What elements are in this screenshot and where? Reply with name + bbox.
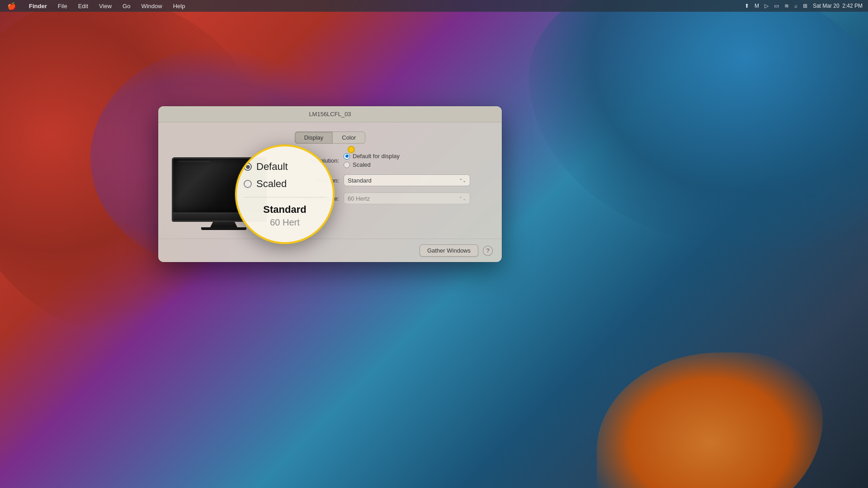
apple-menu[interactable]: 🍎 — [5, 1, 18, 11]
menubar-icon-mail: M — [755, 3, 759, 9]
menubar-finder[interactable]: Finder — [27, 2, 49, 10]
menubar-go[interactable]: Go — [121, 2, 132, 10]
menubar: 🍎 Finder File Edit View Go Window Help ⬆… — [0, 0, 868, 12]
resolution-default-radio[interactable] — [344, 153, 350, 160]
gather-windows-button[interactable]: Gather Windows — [420, 244, 478, 257]
menubar-edit[interactable]: Edit — [76, 2, 90, 10]
resolution-options: Default for display Scaled — [344, 153, 400, 168]
refresh-rate-value: 60 Hertz — [348, 195, 370, 202]
refresh-rate-arrow-icon: ⌃⌄ — [459, 196, 466, 201]
mag-default-radio[interactable] — [244, 163, 252, 171]
menubar-file[interactable]: File — [56, 2, 69, 10]
monitor-stand — [210, 222, 237, 227]
resolution-default-option[interactable]: Default for display — [344, 153, 400, 160]
menubar-icon-wifi: ≋ — [784, 3, 789, 9]
resolution-scaled-radio[interactable] — [344, 162, 350, 168]
menubar-icon-battery: ▭ — [774, 3, 779, 9]
mag-scaled-row: Scaled — [244, 178, 326, 190]
rotation-dropdown[interactable]: Standard ⌃⌄ — [344, 174, 470, 186]
bg-wave-orange — [597, 352, 823, 488]
mag-standard-label: Standard — [244, 202, 326, 217]
mag-scaled-label: Scaled — [256, 178, 287, 190]
menubar-icon-airdrop: ⬆ — [745, 3, 749, 9]
magnifier-overlay: Default Scaled Standard 60 Hert — [235, 145, 335, 244]
dialog-titlebar: LM156LCFL_03 — [158, 106, 502, 122]
menubar-icon-control: ⊞ — [803, 3, 807, 9]
mag-default-row: Default — [244, 161, 326, 173]
menubar-date: Sat Mar 20 2:42 PM — [813, 3, 863, 9]
menubar-window[interactable]: Window — [139, 2, 164, 10]
rotation-value: Standard — [348, 177, 372, 184]
mag-default-label: Default — [256, 161, 288, 173]
mag-hertz-label: 60 Hert — [244, 217, 326, 228]
dialog-footer: Gather Windows ? — [158, 239, 502, 262]
menubar-right: ⬆ M ▷ ▭ ≋ ⌕ ⊞ Sat Mar 20 2:42 PM — [745, 3, 863, 9]
menubar-icon-search[interactable]: ⌕ — [794, 3, 797, 9]
magnifier-connector-dot — [348, 146, 355, 153]
resolution-scaled-label: Scaled — [353, 161, 371, 168]
rotation-arrow-icon: ⌃⌄ — [459, 178, 466, 183]
menubar-left: 🍎 Finder File Edit View Go Window Help — [5, 1, 187, 11]
menubar-icon-airplay: ▷ — [764, 3, 769, 9]
tab-bar: Display Color — [172, 131, 488, 144]
mag-divider — [244, 197, 326, 197]
monitor-foot — [201, 227, 246, 230]
help-button[interactable]: ? — [483, 246, 493, 256]
tab-display[interactable]: Display — [295, 131, 333, 144]
refresh-rate-dropdown: 60 Hertz ⌃⌄ — [344, 192, 470, 204]
resolution-default-label: Default for display — [353, 153, 400, 160]
bg-wave-blue — [529, 0, 868, 249]
resolution-scaled-option[interactable]: Scaled — [344, 161, 400, 168]
dialog-title: LM156LCFL_03 — [309, 111, 351, 117]
menubar-help[interactable]: Help — [171, 2, 187, 10]
tab-color[interactable]: Color — [332, 131, 365, 144]
menubar-view[interactable]: View — [97, 2, 113, 10]
mag-scaled-radio[interactable] — [244, 180, 252, 188]
